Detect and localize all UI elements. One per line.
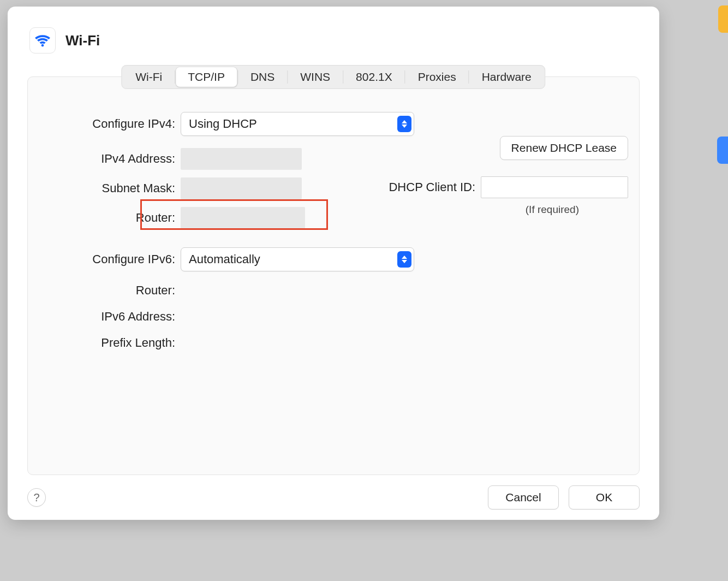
tab-tcpip[interactable]: TCP/IP: [176, 67, 237, 87]
tab-bar: Wi-Fi TCP/IP DNS WINS 802.1X Proxies Har…: [121, 65, 545, 89]
ipv6-address-label: IPv6 Address:: [43, 310, 181, 324]
tcpip-content: Configure IPv4: Using DHCP IPv4 Address:…: [28, 106, 639, 475]
ipv4-address-value: [181, 148, 302, 170]
renew-dhcp-lease-button[interactable]: Renew DHCP Lease: [500, 136, 628, 160]
ipv6-router-label: Router:: [43, 283, 181, 298]
background-peek-2: [717, 137, 728, 164]
dhcp-client-id-hint: (If required): [389, 204, 628, 216]
dhcp-column: Renew DHCP Lease DHCP Client ID: (If req…: [389, 136, 628, 216]
select-stepper-icon: [397, 251, 411, 268]
ok-button[interactable]: OK: [569, 485, 640, 509]
ipv4-router-value: [181, 207, 305, 229]
dhcp-client-id-label: DHCP Client ID:: [389, 180, 475, 194]
ipv4-router-label: Router:: [43, 211, 181, 225]
network-settings-window: Wi-Fi Wi-Fi TCP/IP DNS WINS 802.1X Proxi…: [8, 7, 659, 520]
dhcp-client-id-input[interactable]: [481, 176, 628, 198]
select-stepper-icon: [397, 116, 411, 132]
tab-8021x[interactable]: 802.1X: [344, 67, 404, 87]
wifi-icon: [29, 27, 56, 54]
prefix-length-label: Prefix Length:: [43, 336, 181, 350]
configure-ipv4-label: Configure IPv4:: [43, 117, 181, 131]
configure-ipv4-value: Using DHCP: [189, 117, 257, 131]
window-title: Wi-Fi: [65, 32, 100, 49]
configure-ipv6-select[interactable]: Automatically: [181, 247, 414, 271]
tab-dns[interactable]: DNS: [238, 67, 287, 87]
tab-proxies[interactable]: Proxies: [406, 67, 468, 87]
configure-ipv6-value: Automatically: [189, 252, 260, 266]
help-button[interactable]: ?: [27, 488, 46, 507]
ipv4-address-label: IPv4 Address:: [43, 152, 181, 166]
configure-ipv4-select[interactable]: Using DHCP: [181, 112, 414, 136]
window-header: Wi-Fi: [8, 7, 659, 60]
tab-hardware[interactable]: Hardware: [470, 67, 544, 87]
configure-ipv6-label: Configure IPv6:: [43, 252, 181, 266]
dialog-footer: ? Cancel OK: [8, 475, 659, 520]
tab-wins[interactable]: WINS: [288, 67, 342, 87]
settings-panel: Wi-Fi TCP/IP DNS WINS 802.1X Proxies Har…: [27, 76, 640, 475]
cancel-button[interactable]: Cancel: [488, 485, 559, 509]
subnet-mask-value: [181, 177, 302, 199]
subnet-mask-label: Subnet Mask:: [43, 181, 181, 195]
background-peek-1: [718, 5, 728, 33]
tab-wifi[interactable]: Wi-Fi: [123, 67, 174, 87]
